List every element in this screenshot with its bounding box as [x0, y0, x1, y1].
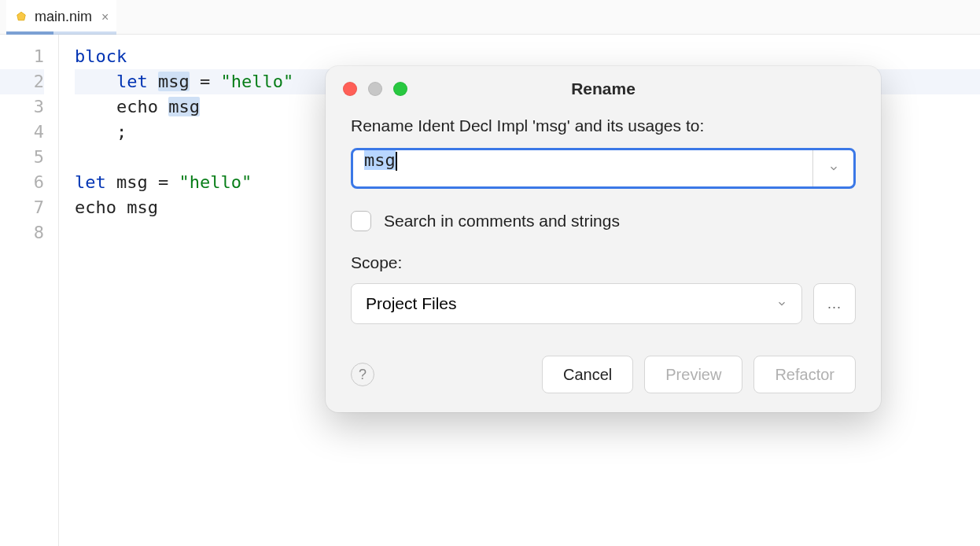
window-zoom-button[interactable] — [393, 82, 407, 96]
chevron-down-icon — [828, 163, 839, 174]
scope-value: Project Files — [366, 294, 457, 313]
window-close-button[interactable] — [343, 82, 357, 96]
line-number-gutter: 12345678 — [0, 35, 58, 546]
line-number: 2 — [0, 69, 44, 94]
window-controls — [343, 82, 407, 96]
window-minimize-button[interactable] — [368, 82, 382, 96]
scope-select[interactable]: Project Files — [351, 283, 802, 324]
nim-file-icon — [14, 10, 28, 24]
rename-dialog: Rename Rename Ident Decl Impl 'msg' and … — [326, 66, 881, 412]
line-number: 5 — [0, 145, 44, 170]
rename-input-value: msg — [364, 150, 396, 170]
search-comments-row: Search in comments and strings — [351, 211, 856, 231]
dialog-titlebar[interactable]: Rename — [326, 66, 881, 112]
help-button[interactable]: ? — [351, 363, 374, 386]
line-number: 6 — [0, 170, 44, 195]
search-comments-label: Search in comments and strings — [384, 212, 620, 231]
preview-button[interactable]: Preview — [644, 356, 742, 393]
rename-prompt: Rename Ident Decl Impl 'msg' and its usa… — [351, 116, 856, 135]
scope-more-button[interactable]: ... — [813, 283, 856, 324]
tab-main-nim[interactable]: main.nim × — [6, 0, 116, 34]
line-number: 1 — [0, 44, 44, 69]
refactor-button[interactable]: Refactor — [753, 356, 856, 393]
line-number: 7 — [0, 195, 44, 220]
dialog-footer: ? Cancel Preview Refactor — [326, 356, 881, 393]
line-number: 8 — [0, 220, 44, 245]
dialog-body: Rename Ident Decl Impl 'msg' and its usa… — [326, 112, 881, 324]
rename-input[interactable]: msg — [353, 150, 812, 186]
chevron-down-icon — [776, 298, 787, 309]
close-icon[interactable]: × — [101, 10, 109, 24]
tab-filename: main.nim — [35, 9, 92, 25]
cancel-button[interactable]: Cancel — [542, 356, 633, 393]
rename-input-combo[interactable]: msg — [351, 148, 856, 189]
search-comments-checkbox[interactable] — [351, 211, 371, 231]
scope-row: Project Files ... — [351, 283, 856, 324]
scope-label: Scope: — [351, 253, 856, 272]
line-number: 4 — [0, 120, 44, 145]
dialog-title: Rename — [571, 79, 636, 98]
rename-history-dropdown[interactable] — [812, 150, 853, 186]
line-number: 3 — [0, 94, 44, 120]
tab-bar: main.nim × — [0, 0, 980, 35]
